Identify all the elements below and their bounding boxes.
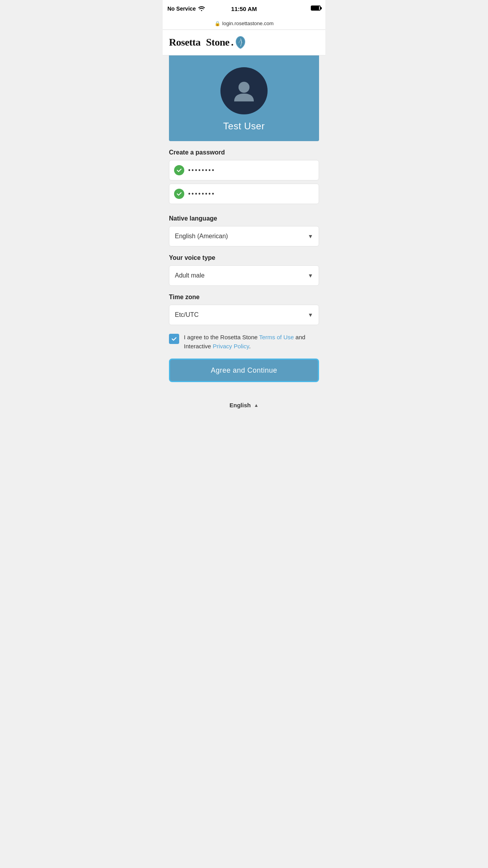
password-section-label: Create a password bbox=[169, 149, 319, 156]
native-language-value: English (American) bbox=[175, 233, 228, 240]
voice-type-section: Your voice type Adult male ▼ bbox=[163, 246, 325, 286]
user-icon bbox=[230, 77, 258, 105]
dropdown-arrow-language: ▼ bbox=[308, 233, 313, 239]
logo-bar: Rosetta Stone. bbox=[163, 30, 325, 55]
agreement-section: I agree to the Rosetta Stone Terms of Us… bbox=[163, 325, 325, 359]
timezone-section: Time zone Etc/UTC ▼ bbox=[163, 286, 325, 325]
status-time: 11:50 AM bbox=[231, 6, 257, 12]
browser-url: login.rosettastone.com bbox=[222, 20, 274, 26]
password-field-2[interactable]: •••••••• bbox=[169, 184, 319, 204]
logo-text-part2: Stone bbox=[206, 37, 229, 48]
footer-language: English ▲ bbox=[163, 396, 325, 414]
logo-dot: . bbox=[231, 37, 233, 48]
voice-type-select[interactable]: Adult male ▼ bbox=[169, 265, 319, 286]
voice-type-value: Adult male bbox=[175, 272, 205, 279]
status-bar: No Service 11:50 AM bbox=[163, 0, 325, 17]
native-language-section: Native language English (American) ▼ bbox=[163, 207, 325, 246]
logo-text-part1: Rosetta bbox=[169, 37, 200, 48]
no-service-text: No Service bbox=[167, 6, 196, 12]
dropdown-arrow-timezone: ▼ bbox=[308, 312, 313, 318]
password-dots-2: •••••••• bbox=[188, 190, 215, 197]
checkbox-container[interactable] bbox=[169, 334, 179, 344]
username: Test User bbox=[223, 121, 265, 132]
dropdown-arrow-voice: ▼ bbox=[308, 272, 313, 279]
timezone-select[interactable]: Etc/UTC ▼ bbox=[169, 305, 319, 325]
terms-checkbox[interactable] bbox=[169, 334, 179, 344]
main-content: Test User Create a password •••••••• •••… bbox=[163, 55, 325, 396]
lock-icon: 🔒 bbox=[215, 21, 220, 26]
timezone-label: Time zone bbox=[169, 294, 319, 301]
terms-of-use-link[interactable]: Terms of Use bbox=[259, 334, 294, 340]
svg-point-0 bbox=[238, 82, 250, 93]
profile-banner: Test User bbox=[169, 55, 319, 141]
wifi-icon bbox=[198, 6, 205, 12]
agree-continue-button[interactable]: Agree and Continue bbox=[169, 359, 319, 382]
native-language-label: Native language bbox=[169, 215, 319, 222]
check-icon-2 bbox=[174, 189, 184, 199]
agreement-text-after: . bbox=[249, 343, 251, 349]
voice-type-label: Your voice type bbox=[169, 254, 319, 261]
button-section: Agree and Continue bbox=[163, 359, 325, 388]
password-field-1[interactable]: •••••••• bbox=[169, 160, 319, 180]
native-language-select[interactable]: English (American) ▼ bbox=[169, 226, 319, 246]
agreement-text: I agree to the Rosetta Stone Terms of Us… bbox=[184, 333, 319, 351]
avatar bbox=[220, 67, 268, 114]
up-arrow-icon[interactable]: ▲ bbox=[254, 403, 259, 408]
leaf-icon bbox=[235, 35, 246, 50]
browser-bar: 🔒 login.rosettastone.com bbox=[163, 17, 325, 30]
check-icon-1 bbox=[174, 165, 184, 175]
status-right bbox=[311, 6, 321, 12]
privacy-policy-link[interactable]: Privacy Policy bbox=[213, 343, 249, 349]
agreement-text-before: I agree to the Rosetta Stone bbox=[184, 334, 259, 340]
timezone-value: Etc/UTC bbox=[175, 311, 198, 318]
status-left: No Service bbox=[167, 6, 205, 12]
password-dots-1: •••••••• bbox=[188, 167, 215, 174]
rosetta-stone-logo: Rosetta Stone. bbox=[169, 35, 319, 50]
battery-icon bbox=[311, 6, 321, 12]
footer-language-text: English bbox=[229, 402, 251, 408]
password-section: Create a password •••••••• •••••••• bbox=[163, 141, 325, 204]
